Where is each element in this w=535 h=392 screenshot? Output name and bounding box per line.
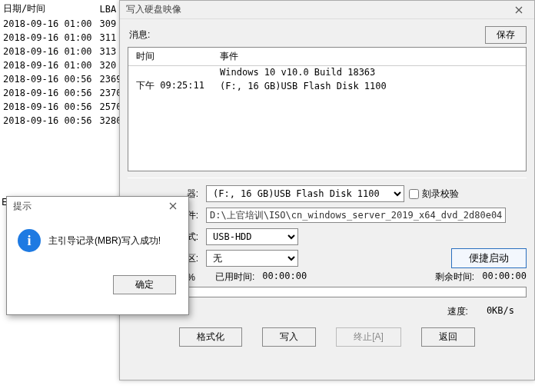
ok-button[interactable]: 确定 (113, 275, 176, 294)
log-cell-datetime: 2018-09-16 01:00 (2, 59, 97, 71)
evt-col-event[interactable]: 事件 (212, 48, 526, 66)
table-row[interactable]: Windows 10 v10.0 Build 18363 (128, 66, 526, 79)
drive-select[interactable]: (F:, 16 GB)USB Flash Disk 1100 (206, 185, 404, 202)
back-button[interactable]: 返回 (421, 327, 475, 347)
evt-col-time[interactable]: 时间 (128, 48, 212, 66)
evt-cell-event: Windows 10 v10.0 Build 18363 (212, 66, 526, 79)
dialog-title: 写入硬盘映像 (126, 3, 181, 16)
log-cell-datetime: 2018-09-16 00:56 (2, 73, 97, 85)
elapsed-label: 已用时间: (215, 271, 254, 284)
format-button[interactable]: 格式化 (179, 327, 242, 347)
hide-select[interactable]: 无 (206, 250, 298, 267)
write-disk-image-dialog: 写入硬盘映像 消息: 保存 时间 事件 Windows 10 v10.0 Bui… (119, 0, 535, 380)
table-row[interactable]: 2018-09-16 01:00313 (2, 45, 127, 58)
alert-message: 主引导记录(MBR)写入成功! (48, 234, 161, 247)
event-list[interactable]: 时间 事件 Windows 10 v10.0 Build 18363下午 09:… (128, 47, 527, 171)
table-row[interactable]: 2018-09-16 01:00309 (2, 18, 127, 30)
close-icon[interactable] (503, 1, 534, 19)
table-row[interactable]: 2018-09-16 00:562369 (2, 73, 127, 85)
quick-boot-button[interactable]: 便捷启动 (451, 248, 527, 268)
table-row[interactable]: 2018-09-16 00:563280 (2, 115, 127, 127)
evt-cell-time (128, 66, 212, 79)
mode-select[interactable]: USB-HDD (206, 228, 298, 245)
verify-label: 刻录校验 (422, 188, 459, 201)
info-icon: i (18, 229, 41, 252)
log-cell-datetime: 2018-09-16 01:00 (2, 45, 97, 58)
save-button[interactable]: 保存 (485, 26, 527, 44)
abort-button: 终止[A] (336, 327, 401, 347)
evt-cell-event: (F:, 16 GB)USB Flash Disk 1100 (212, 78, 526, 93)
divider (128, 178, 527, 178)
log-col-datetime[interactable]: 日期/时间 (2, 2, 97, 16)
speed-label: 速度: (447, 305, 468, 318)
table-row[interactable]: 2018-09-16 01:00311 (2, 32, 127, 44)
alert-titlebar[interactable]: 提示 (7, 197, 188, 215)
log-cell-datetime: 2018-09-16 01:00 (2, 32, 97, 44)
speed-value: 0KB/s (487, 305, 514, 318)
elapsed-value: 00:00:00 (262, 271, 307, 284)
log-table: 日期/时间 LBA 2018-09-16 01:003092018-09-16 … (0, 0, 128, 128)
file-field[interactable] (206, 208, 506, 223)
log-cell-datetime: 2018-09-16 00:56 (2, 115, 97, 127)
table-row[interactable]: 下午 09:25:11(F:, 16 GB)USB Flash Disk 110… (128, 78, 526, 93)
write-button[interactable]: 写入 (262, 327, 316, 347)
table-row[interactable]: 2018-09-16 00:562570 (2, 101, 127, 113)
remain-label: 剩余时间: (435, 271, 474, 284)
info-label: 消息: (128, 28, 485, 42)
close-icon[interactable] (158, 197, 188, 215)
verify-checkbox[interactable]: 刻录校验 (409, 188, 459, 201)
table-row[interactable]: 2018-09-16 01:00320 (2, 59, 127, 71)
table-row[interactable]: 2018-09-16 00:562370 (2, 87, 127, 99)
log-cell-datetime: 2018-09-16 00:56 (2, 101, 97, 113)
alert-dialog: 提示 i 主引导记录(MBR)写入成功! 确定 (6, 196, 189, 315)
dialog-titlebar[interactable]: 写入硬盘映像 (120, 1, 534, 19)
evt-cell-time: 下午 09:25:11 (128, 78, 212, 93)
alert-title: 提示 (13, 200, 32, 213)
verify-checkbox-input[interactable] (409, 189, 419, 199)
log-cell-datetime: 2018-09-16 00:56 (2, 87, 97, 99)
remain-value: 00:00:00 (482, 271, 527, 284)
log-cell-datetime: 2018-09-16 01:00 (2, 18, 97, 30)
